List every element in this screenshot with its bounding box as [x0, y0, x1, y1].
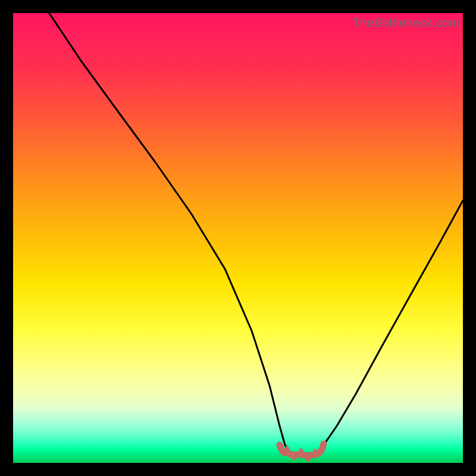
- chart-frame: TheBottleneck.com: [0, 0, 476, 476]
- chart-plot-area: TheBottleneck.com: [13, 13, 463, 463]
- bottleneck-curve: [13, 13, 463, 463]
- curve-path: [45, 13, 463, 453]
